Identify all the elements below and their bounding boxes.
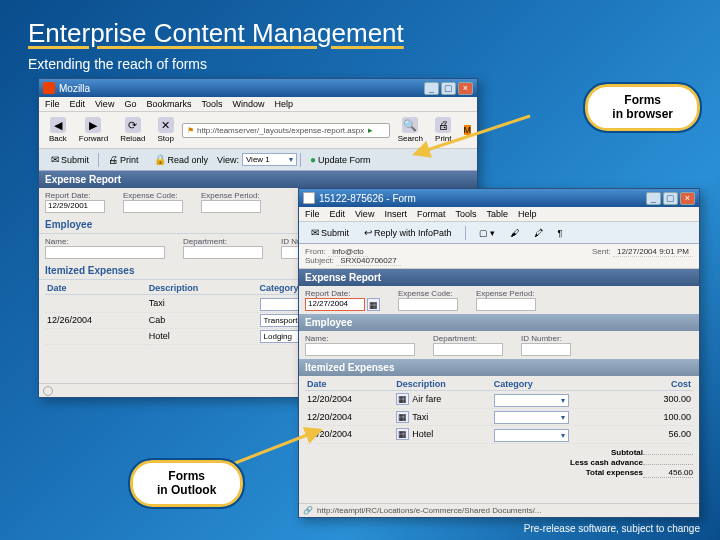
calendar-icon[interactable]: ▦ — [396, 428, 409, 440]
reply-icon: ↩ — [364, 227, 372, 238]
col-desc: Description — [147, 282, 258, 295]
expense-period-input[interactable] — [201, 200, 261, 213]
menu-insert[interactable]: Insert — [384, 209, 407, 219]
menu-tools[interactable]: Tools — [201, 99, 222, 109]
name-label: Name: — [45, 237, 165, 246]
callout-outlook: Forms in Outlook — [130, 460, 243, 507]
subject-value: SRX040706027 — [336, 256, 401, 266]
maximize-button[interactable]: ▢ — [663, 192, 678, 205]
minimize-button[interactable]: _ — [424, 82, 439, 95]
minimize-button[interactable]: _ — [646, 192, 661, 205]
category-select[interactable]: ▾ — [494, 429, 569, 442]
outlook-window: 15122-875626 - Form _ ▢ × File Edit View… — [298, 188, 700, 518]
callout-browser: Forms in browser — [585, 84, 700, 131]
bookmark-icon: ⚑ — [187, 126, 194, 135]
outlook-titlebar: 15122-875626 - Form _ ▢ × — [299, 189, 699, 207]
form-icon — [303, 192, 315, 204]
callout-outlook-text: Forms in Outlook — [157, 469, 216, 497]
submit-icon: ✉ — [311, 227, 319, 238]
address-bar[interactable]: ⚑ http://teamserver/_layouts/expense-rep… — [182, 123, 390, 138]
svg-line-1 — [225, 430, 320, 467]
tool-icon[interactable]: 🖌 — [504, 226, 525, 240]
ol-expense-period-input[interactable] — [476, 298, 536, 311]
calendar-icon[interactable]: ▦ — [396, 393, 409, 405]
menu-bookmarks[interactable]: Bookmarks — [146, 99, 191, 109]
ol-report-date-input[interactable]: 12/27/2004 — [305, 298, 365, 311]
font-select[interactable]: ▢▾ — [473, 226, 501, 240]
ol-dept-input[interactable] — [433, 343, 503, 356]
menu-window[interactable]: Window — [232, 99, 264, 109]
menu-format[interactable]: Format — [417, 209, 446, 219]
menu-go[interactable]: Go — [124, 99, 136, 109]
throbber-icon — [43, 386, 53, 396]
ol-itemized-header: Itemized Expenses — [299, 359, 699, 376]
menu-view[interactable]: View — [355, 209, 374, 219]
table-row[interactable]: 12/20/2004 ▦Air fare ▾ 300.00 — [305, 391, 693, 409]
view-select[interactable]: View 1▾ — [242, 153, 297, 166]
readonly-button[interactable]: 🔒Read only — [148, 152, 215, 167]
menu-tools[interactable]: Tools — [455, 209, 476, 219]
ol-expense-period-label: Expense Period: — [476, 289, 536, 298]
menu-edit[interactable]: Edit — [70, 99, 86, 109]
ol-submit-button[interactable]: ✉Submit — [305, 225, 355, 240]
outlook-toolbar: ✉Submit ↩Reply with InfoPath ▢▾ 🖌 🖍 ¶ — [299, 222, 699, 244]
tool-icon[interactable]: 🖍 — [528, 226, 549, 240]
name-input[interactable] — [45, 246, 165, 259]
col-date: Date — [305, 378, 394, 391]
report-date-label: Report Date: — [45, 191, 105, 200]
report-date-input[interactable]: 12/29/2001 — [45, 200, 105, 213]
close-button[interactable]: × — [458, 82, 473, 95]
maximize-button[interactable]: ▢ — [441, 82, 456, 95]
update-form-button[interactable]: ●Update Form — [304, 152, 377, 167]
slide-subtitle: Extending the reach of forms — [28, 56, 207, 72]
ol-expense-table: Date Description Category Cost 12/20/200… — [305, 378, 693, 444]
sent-label: Sent: — [592, 247, 611, 256]
chevron-down-icon: ▾ — [289, 155, 293, 164]
col-desc: Description — [394, 378, 491, 391]
menu-edit[interactable]: Edit — [330, 209, 346, 219]
submit-button[interactable]: ✉Submit — [45, 152, 95, 167]
menu-file[interactable]: File — [45, 99, 60, 109]
menu-file[interactable]: File — [305, 209, 320, 219]
category-select[interactable]: ▾ — [494, 394, 569, 407]
table-row[interactable]: 12/20/2004 ▦Hotel ▾ 56.00 — [305, 426, 693, 444]
back-button[interactable]: ◀Back — [45, 115, 71, 145]
ol-name-label: Name: — [305, 334, 415, 343]
separator — [465, 226, 466, 240]
ol-expense-code-input[interactable] — [398, 298, 458, 311]
expense-code-input[interactable] — [123, 200, 183, 213]
forward-button[interactable]: ▶Forward — [75, 115, 112, 145]
print-icon: 🖨 — [108, 154, 118, 165]
calendar-icon[interactable]: ▦ — [396, 411, 409, 423]
ol-form-header: Expense Report — [299, 269, 699, 286]
reply-button[interactable]: ↩Reply with InfoPath — [358, 225, 458, 240]
menu-help[interactable]: Help — [274, 99, 293, 109]
slide-footnote: Pre-release software, subject to change — [524, 523, 700, 534]
outlook-statusbar: 🔗 http://teamptl/RC/Locations/e-Commerce… — [299, 503, 699, 517]
tool-icon[interactable]: ¶ — [552, 226, 569, 240]
ol-emp-fields: Name: Department: ID Number: — [299, 331, 699, 359]
menu-table[interactable]: Table — [486, 209, 508, 219]
ol-employee-header: Employee — [299, 314, 699, 331]
chevron-down-icon: ▾ — [561, 396, 565, 405]
separator — [98, 153, 99, 167]
menu-view[interactable]: View — [95, 99, 114, 109]
ol-report-date-label: Report Date: — [305, 289, 380, 298]
dept-input[interactable] — [183, 246, 263, 259]
ol-name-input[interactable] — [305, 343, 415, 356]
doc-print-button[interactable]: 🖨Print — [102, 152, 145, 167]
go-icon[interactable]: ▸ — [368, 125, 373, 135]
menu-help[interactable]: Help — [518, 209, 537, 219]
reload-button[interactable]: ⟳Reload — [116, 115, 149, 145]
message-fields: From: info@cto Subject: SRX040706027 Sen… — [299, 244, 699, 269]
form-header: Expense Report — [39, 171, 477, 188]
arrow-to-browser — [410, 112, 540, 162]
calendar-icon[interactable]: ▦ — [367, 298, 380, 311]
stop-icon: ✕ — [158, 117, 174, 133]
close-button[interactable]: × — [680, 192, 695, 205]
category-select[interactable]: ▾ — [494, 411, 569, 424]
table-row[interactable]: 12/20/2004 ▦Taxi ▾ 100.00 — [305, 408, 693, 426]
ol-id-input[interactable] — [521, 343, 571, 356]
submit-icon: ✉ — [51, 154, 59, 165]
stop-button[interactable]: ✕Stop — [154, 115, 178, 145]
